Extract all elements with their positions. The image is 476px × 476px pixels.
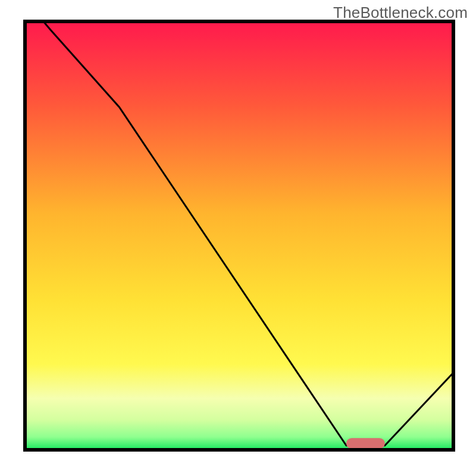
bottleneck-chart [0, 0, 476, 476]
plot-background [25, 21, 453, 450]
optimal-range-marker [346, 438, 385, 449]
watermark-label: TheBottleneck.com [333, 4, 468, 22]
chart-container: TheBottleneck.com [0, 0, 476, 476]
